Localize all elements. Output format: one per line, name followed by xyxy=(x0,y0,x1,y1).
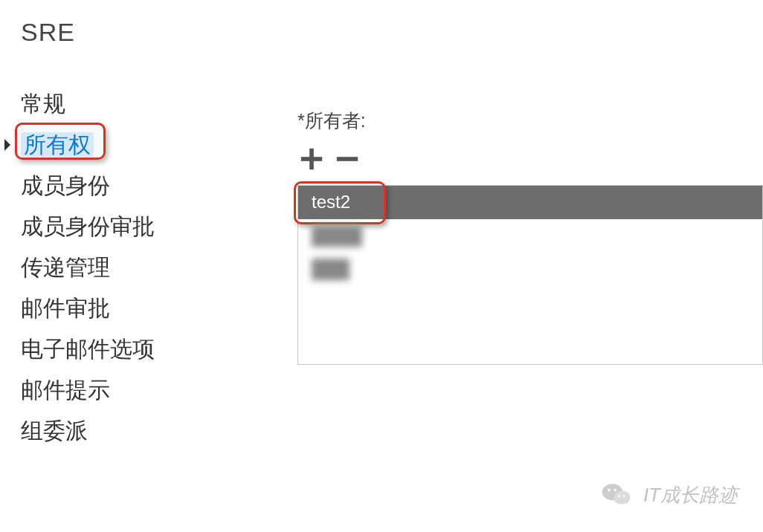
sidebar-item-label: 组委派 xyxy=(21,418,88,443)
plus-icon xyxy=(299,146,324,172)
remove-owner-button[interactable] xyxy=(335,146,360,172)
sidebar-item-label: 常规 xyxy=(21,91,65,116)
wechat-icon xyxy=(600,479,633,511)
sidebar-item-delivery-management[interactable]: 传递管理 xyxy=(0,247,201,288)
sidebar-item-label: 所有权 xyxy=(21,132,94,157)
svg-point-7 xyxy=(618,495,620,497)
owner-name: test2 xyxy=(312,192,350,212)
sidebar-item-label: 传递管理 xyxy=(21,255,110,279)
owner-row[interactable]: test2 xyxy=(298,186,762,219)
settings-sidebar: 常规 所有权 成员身份 成员身份审批 传递管理 邮件审批 电子邮件选项 邮件提示… xyxy=(0,83,201,451)
sidebar-item-mailtip[interactable]: 邮件提示 xyxy=(0,369,201,410)
sidebar-item-label: 邮件审批 xyxy=(21,296,110,320)
owner-name: ████ xyxy=(312,225,362,245)
svg-point-6 xyxy=(614,489,616,492)
sidebar-item-general[interactable]: 常规 xyxy=(0,83,201,124)
sidebar-item-label: 成员身份 xyxy=(21,173,110,198)
sidebar-item-label: 电子邮件选项 xyxy=(21,337,155,361)
sidebar-item-membership[interactable]: 成员身份 xyxy=(0,165,201,206)
sidebar-item-group-delegation[interactable]: 组委派 xyxy=(0,410,201,451)
owners-list[interactable]: test2 ████ ███ xyxy=(297,185,763,365)
svg-rect-1 xyxy=(301,157,322,161)
owner-row[interactable]: ████ xyxy=(298,219,762,253)
sidebar-item-label: 成员身份审批 xyxy=(21,214,155,239)
svg-rect-2 xyxy=(337,157,358,161)
sidebar-item-email-options[interactable]: 电子邮件选项 xyxy=(0,328,201,369)
add-owner-button[interactable] xyxy=(299,146,324,172)
minus-icon xyxy=(335,146,360,172)
svg-point-8 xyxy=(623,495,625,497)
watermark: IT成长路迹 xyxy=(600,479,738,511)
sidebar-item-label: 邮件提示 xyxy=(21,377,110,402)
selected-marker-icon xyxy=(4,139,10,151)
sidebar-item-membership-approval[interactable]: 成员身份审批 xyxy=(0,206,201,247)
owners-toolbar xyxy=(299,146,763,172)
page-title: SRE xyxy=(21,18,75,47)
owner-name: ███ xyxy=(312,259,350,279)
sidebar-item-message-approval[interactable]: 邮件审批 xyxy=(0,288,201,328)
owners-field-label: *所有者: xyxy=(297,108,763,133)
main-content: *所有者: test2 ████ ███ xyxy=(297,108,763,365)
sidebar-item-ownership[interactable]: 所有权 xyxy=(0,124,201,165)
watermark-text: IT成长路迹 xyxy=(643,482,738,508)
svg-point-4 xyxy=(614,491,630,505)
svg-point-5 xyxy=(608,489,611,492)
owner-row[interactable]: ███ xyxy=(298,253,762,286)
